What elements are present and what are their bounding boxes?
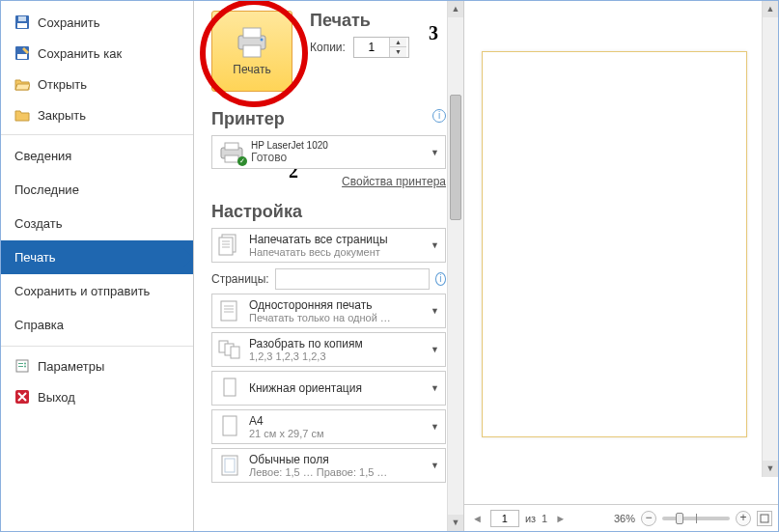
svg-rect-30 [224,378,236,396]
svg-rect-2 [18,16,26,21]
scroll-thumb[interactable] [450,95,461,220]
chevron-down-icon: ▼ [431,422,439,432]
setting-orientation[interactable]: Книжная ориентация ▼ [211,371,446,406]
copies-row: Копии: ▲ ▼ [310,37,446,58]
info-icon[interactable]: i [432,109,446,123]
sidebar-item-save-as[interactable]: Сохранить как [1,38,193,69]
scroll-down-icon[interactable]: ▼ [763,461,778,477]
sidebar-item-help[interactable]: Справка [1,308,193,342]
slider-knob[interactable] [676,513,683,524]
zoom-out-button[interactable]: − [641,511,656,526]
setting-collate[interactable]: Разобрать по копиям 1,2,3 1,2,3 1,2,3 ▼ [211,332,446,367]
setting-one-sided[interactable]: Односторонняя печать Печатать только на … [211,294,446,328]
sidebar-item-new[interactable]: Создать [1,207,193,240]
sidebar-item-label: Параметры [38,359,104,374]
setting-subtitle: Левое: 1,5 … Правое: 1,5 … [249,466,387,478]
pages-all-icon [218,233,241,258]
svg-rect-29 [231,347,239,358]
sidebar-item-save-send[interactable]: Сохранить и отправить [1,274,193,308]
sidebar-item-recent[interactable]: Последние [1,173,193,207]
scroll-track[interactable] [448,17,463,515]
sidebar-item-options[interactable]: Параметры [1,350,193,381]
svg-rect-13 [243,45,261,57]
save-as-icon [14,45,30,61]
page-size-icon [218,414,241,439]
sidebar-item-label: Создать [14,216,62,231]
sidebar-item-open[interactable]: Открыть [1,69,193,99]
svg-rect-16 [225,143,238,150]
chevron-down-icon: ▼ [431,148,439,157]
sidebar-item-exit[interactable]: Выход [1,381,193,412]
info-icon[interactable]: i [435,272,446,286]
sidebar-item-close[interactable]: Закрыть [1,99,193,130]
scroll-down-icon[interactable]: ▼ [448,515,463,531]
spin-down-icon[interactable]: ▼ [390,47,406,57]
fit-to-page-button[interactable] [757,511,772,526]
printer-info: HP LaserJet 1020 Готово [251,140,328,164]
zoom-in-button[interactable]: + [736,511,751,526]
print-button-wrap: Печать [211,11,292,92]
chevron-down-icon: ▼ [431,345,439,354]
preview-status-bar: ◄ из 1 ► 36% − + [464,504,778,531]
sidebar-item-label: Сохранить и отправить [14,284,150,298]
printer-device-icon: ✓ [218,141,245,164]
close-file-icon [14,107,30,123]
spin-up-icon[interactable]: ▲ [390,38,406,47]
sidebar-item-label: Открыть [38,77,87,92]
one-sided-icon [218,298,241,323]
print-settings-panel: 3 2 1 Печать Печать Копии: [194,1,464,531]
sidebar-item-info[interactable]: Сведения [1,139,193,173]
setting-subtitle: 21 см x 29,7 см [249,428,324,439]
setting-margins[interactable]: Обычные поля Левое: 1,5 … Правое: 1,5 … … [211,448,446,483]
chevron-down-icon: ▼ [431,383,439,393]
setting-subtitle: 1,2,3 1,2,3 1,2,3 [249,350,363,362]
setting-title: Книжная ориентация [249,381,362,395]
sidebar-item-label: Закрыть [38,108,86,123]
printer-properties-row: Свойства принтера [211,175,446,188]
margins-icon [218,453,241,478]
print-button[interactable]: Печать [211,11,292,92]
page-number-input[interactable] [490,510,519,527]
scroll-up-icon[interactable]: ▲ [448,1,463,17]
setting-title: Односторонняя печать [249,298,391,312]
preview-scrollbar[interactable]: ▲ ▼ [762,1,778,477]
print-preview-panel: ▲ ▼ ◄ из 1 ► 36% − + [464,1,778,531]
prev-page-icon[interactable]: ◄ [470,513,485,524]
setting-paper-size[interactable]: A4 21 см x 29,7 см ▼ [211,409,446,444]
chevron-down-icon: ▼ [431,306,439,316]
zoom-slider[interactable] [662,517,730,520]
sidebar-item-label: Последние [14,182,79,197]
save-icon [14,14,30,30]
copies-input[interactable] [354,41,389,54]
printer-properties-link[interactable]: Свойства принтера [342,175,446,188]
svg-rect-23 [221,301,236,321]
sidebar-item-label: Справка [14,318,64,332]
collate-icon [218,337,241,362]
setting-title: A4 [249,414,324,428]
setting-subtitle: Напечатать весь документ [249,246,388,258]
pages-label: Страницы: [211,272,269,286]
copies-stepper[interactable]: ▲ ▼ [353,37,409,58]
print-title: Печать [310,11,446,31]
sidebar-item-save[interactable]: Сохранить [1,7,193,38]
sidebar-item-label: Сохранить как [38,46,122,61]
print-button-label: Печать [233,63,270,76]
slider-tick [696,514,697,523]
pages-input[interactable] [275,268,430,290]
printer-status: Готово [251,151,328,164]
sidebar-item-print[interactable]: Печать [1,240,193,274]
svg-rect-12 [243,28,261,38]
setting-text: Разобрать по копиям 1,2,3 1,2,3 1,2,3 [249,337,363,362]
setting-title: Напечатать все страницы [249,233,388,246]
annotation-3: 3 [429,22,438,44]
scroll-up-icon[interactable]: ▲ [763,1,778,17]
page-preview [482,51,747,437]
center-scrollbar[interactable]: ▲ ▼ [447,1,463,531]
setting-print-range[interactable]: Напечатать все страницы Напечатать весь … [211,228,446,263]
spinner-buttons: ▲ ▼ [389,38,406,57]
sidebar-item-label: Сохранить [38,15,100,30]
of-label: из [525,513,536,524]
setting-title: Разобрать по копиям [249,337,363,350]
next-page-icon[interactable]: ► [553,513,568,524]
printer-selector[interactable]: ✓ HP LaserJet 1020 Готово ▼ [211,135,446,169]
